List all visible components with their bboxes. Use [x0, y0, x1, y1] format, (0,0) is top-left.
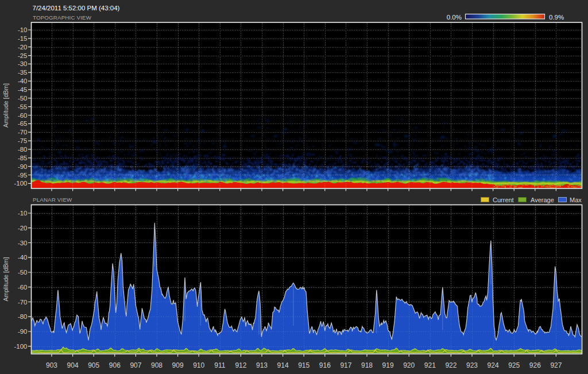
- svg-text:-45: -45: [18, 86, 28, 93]
- svg-text:-15: -15: [18, 35, 28, 42]
- svg-text:903: 903: [46, 361, 57, 369]
- svg-text:TOPOGRAPHIC VIEW: TOPOGRAPHIC VIEW: [33, 14, 92, 21]
- svg-text:913: 913: [256, 361, 268, 369]
- svg-text:915: 915: [298, 361, 310, 369]
- svg-text:0.9%: 0.9%: [549, 14, 564, 21]
- svg-text:-70: -70: [18, 299, 28, 306]
- svg-text:-40: -40: [18, 254, 28, 261]
- svg-text:-80: -80: [18, 146, 28, 153]
- svg-text:-100: -100: [14, 180, 27, 187]
- svg-text:-95: -95: [18, 172, 28, 179]
- svg-text:912: 912: [235, 361, 246, 369]
- svg-text:905: 905: [88, 361, 99, 369]
- svg-text:-65: -65: [18, 120, 28, 127]
- svg-text:-25: -25: [18, 52, 28, 59]
- svg-text:-40: -40: [18, 78, 28, 84]
- svg-text:Amplitude [dBm]: Amplitude [dBm]: [2, 83, 9, 128]
- svg-text:922: 922: [445, 361, 457, 369]
- svg-text:906: 906: [109, 361, 121, 369]
- svg-text:-30: -30: [18, 60, 28, 67]
- svg-text:-60: -60: [18, 112, 28, 119]
- svg-text:Amplitude [dBm]: Amplitude [dBm]: [2, 257, 9, 301]
- svg-text:909: 909: [172, 361, 184, 369]
- svg-text:910: 910: [193, 361, 204, 369]
- svg-text:-60: -60: [18, 284, 28, 291]
- svg-text:-20: -20: [18, 225, 28, 232]
- svg-text:-55: -55: [18, 103, 28, 110]
- svg-text:-30: -30: [18, 240, 28, 246]
- svg-text:PLANAR VIEW: PLANAR VIEW: [33, 196, 72, 203]
- svg-text:920: 920: [403, 361, 415, 369]
- svg-text:923: 923: [466, 361, 478, 369]
- svg-text:-85: -85: [18, 155, 28, 161]
- svg-text:918: 918: [361, 361, 373, 369]
- svg-text:927: 927: [550, 361, 562, 369]
- svg-text:919: 919: [382, 361, 394, 369]
- svg-text:7/24/2011 5:52:00 PM (43:04): 7/24/2011 5:52:00 PM (43:04): [33, 5, 120, 11]
- svg-text:917: 917: [340, 361, 351, 369]
- svg-text:-10: -10: [18, 210, 28, 217]
- svg-text:914: 914: [277, 361, 289, 369]
- svg-text:-75: -75: [18, 137, 28, 144]
- svg-text:908: 908: [151, 361, 163, 369]
- svg-text:-100: -100: [14, 343, 27, 350]
- svg-text:Current: Current: [493, 196, 514, 203]
- svg-text:-80: -80: [18, 313, 28, 320]
- svg-text:911: 911: [214, 361, 225, 369]
- svg-text:0.0%: 0.0%: [447, 14, 462, 21]
- svg-text:-90: -90: [18, 163, 28, 170]
- svg-text:-70: -70: [18, 129, 28, 136]
- svg-text:907: 907: [130, 361, 141, 369]
- svg-text:926: 926: [529, 361, 541, 369]
- svg-text:-50: -50: [18, 95, 28, 102]
- svg-text:-50: -50: [18, 269, 28, 276]
- svg-text:Max: Max: [570, 196, 582, 203]
- svg-text:-10: -10: [18, 26, 28, 33]
- svg-text:925: 925: [508, 361, 520, 369]
- svg-text:Average: Average: [531, 196, 554, 203]
- svg-text:904: 904: [67, 361, 79, 369]
- svg-text:-35: -35: [18, 69, 28, 76]
- svg-text:921: 921: [424, 361, 436, 369]
- svg-text:-20: -20: [18, 44, 28, 51]
- svg-text:916: 916: [319, 361, 331, 369]
- svg-text:-90: -90: [18, 328, 28, 335]
- svg-text:924: 924: [488, 361, 499, 369]
